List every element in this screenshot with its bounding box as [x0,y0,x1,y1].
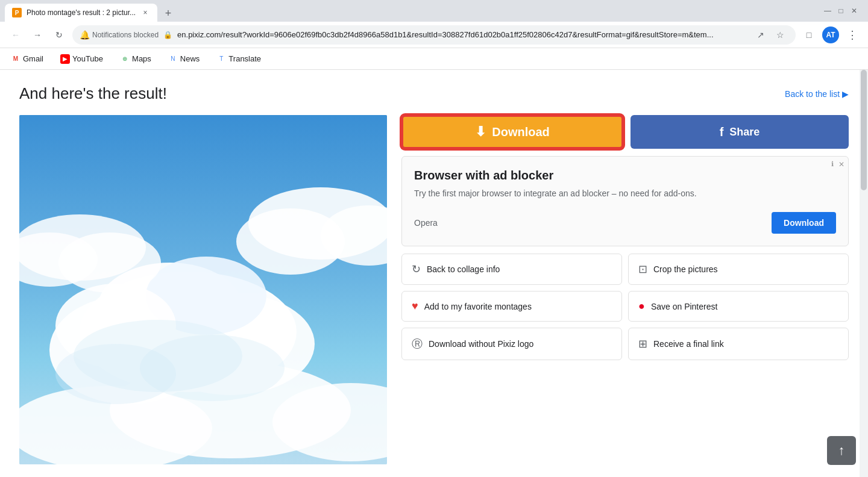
cloud-svg [19,115,387,464]
back-to-list-link[interactable]: Back to the list ▶ [785,89,849,99]
svg-point-9 [236,208,345,275]
crop-icon: ⊡ [638,263,647,276]
result-image [19,115,387,464]
close-window-button[interactable]: ✕ [850,7,858,15]
ad-title: Browser with ad blocker [414,169,836,182]
ad-cta-button[interactable]: Download [772,212,836,234]
back-button[interactable]: ← [7,26,24,43]
ad-brand: Opera [414,218,438,228]
forward-button[interactable]: → [29,26,46,43]
share-button[interactable]: f Share [631,115,849,149]
registered-icon: Ⓡ [412,337,423,351]
gmail-label: Gmail [23,54,43,63]
address-bar: ← → ↻ 🔔 Notifications blocked 🔒 en.pixiz… [0,22,868,48]
window-controls: — □ ✕ [823,7,863,15]
ad-info-icon: ℹ [831,160,834,168]
favorite-montages-label: Add to my favorite montages [424,302,532,311]
youtube-icon: ▶ [60,54,70,64]
notifications-blocked-label: Notifications blocked [92,31,159,39]
heart-icon: ♥ [412,300,418,313]
bookmark-gmail[interactable]: M Gmail [7,52,47,66]
bookmark-button[interactable]: ☆ [772,26,788,43]
link-icon: ⊞ [638,337,647,351]
ad-box: ℹ ✕ Browser with ad blocker Try the firs… [401,156,849,246]
bookmark-news[interactable]: N News [165,52,204,66]
svg-point-18 [140,335,285,401]
crop-pictures-label: Crop the pictures [653,264,718,274]
page-title: And here's the result! [19,84,167,103]
tab-close-button[interactable]: × [140,8,150,17]
download-no-logo-button[interactable]: Ⓡ Download without Pixiz logo [401,328,622,360]
result-layout: ⬇ Download f Share ℹ ✕ Browser with ad b… [19,115,849,464]
lock-icon: 🔒 [163,31,172,39]
extensions-button[interactable]: □ [800,26,817,43]
refresh-icon: ↻ [412,263,421,276]
back-to-collage-button[interactable]: ↻ Back to collage info [401,254,622,285]
youtube-label: YouTube [72,54,103,63]
ad-footer: Opera Download [414,212,836,234]
bookmark-translate[interactable]: T Translate [213,52,265,66]
minimize-button[interactable]: — [823,7,832,15]
receive-link-label: Receive a final link [653,339,724,349]
back-to-collage-label: Back to collage info [427,264,500,274]
menu-button[interactable]: ⋮ [844,26,861,43]
download-button[interactable]: ⬇ Download [401,115,623,149]
tab-title: Photo montage's result : 2 pictur... [27,8,136,17]
url-bar[interactable]: 🔔 Notifications blocked 🔒 en.pixiz.com/r… [72,25,796,45]
share-label: Share [729,126,760,139]
receive-link-button[interactable]: ⊞ Receive a final link [628,328,849,360]
actions-grid: ↻ Back to collage info ⊡ Crop the pictur… [401,254,849,360]
ad-close-button[interactable]: ✕ [838,160,844,169]
download-icon: ⬇ [475,124,486,140]
scrollbar-thumb[interactable] [861,70,867,190]
maps-label: Maps [132,54,151,63]
pinterest-icon: ● [638,300,645,313]
facebook-icon: f [720,125,724,139]
save-pinterest-label: Save on Pinterest [651,302,718,311]
bookmark-maps[interactable]: ⊕ Maps [116,52,155,66]
page-header: And here's the result! Back to the list … [19,84,849,103]
news-label: News [180,54,200,63]
ad-label: ℹ [831,160,834,168]
download-label: Download [492,125,550,139]
download-no-logo-label: Download without Pixiz logo [429,339,533,349]
scrollbar-track [860,70,868,477]
maximize-button[interactable]: □ [837,7,845,15]
ad-description: Try the first major browser to integrate… [414,187,836,200]
favorite-montages-button[interactable]: ♥ Add to my favorite montages [401,291,622,322]
tab-favicon: P [12,8,22,17]
translate-icon: T [216,54,226,64]
avatar[interactable]: AT [822,26,839,43]
news-icon: N [168,54,178,64]
page-content: And here's the result! Back to the list … [0,70,868,477]
bell-icon: 🔔 [80,30,90,40]
translate-label: Translate [228,54,261,63]
action-panel: ⬇ Download f Share ℹ ✕ Browser with ad b… [401,115,849,464]
share-url-button[interactable]: ↗ [752,26,769,43]
scroll-to-top-button[interactable]: ↑ [827,436,856,465]
gmail-icon: M [11,54,20,64]
save-pinterest-button[interactable]: ● Save on Pinterest [628,291,849,322]
bookmarks-bar: M Gmail ▶ YouTube ⊕ Maps N News T Transl… [0,48,868,70]
svg-point-12 [58,232,161,293]
crop-pictures-button[interactable]: ⊡ Crop the pictures [628,254,849,285]
reload-button[interactable]: ↻ [51,26,68,43]
url-actions: ↗ ☆ [752,26,788,43]
bookmark-youtube[interactable]: ▶ YouTube [57,52,107,66]
active-tab[interactable]: P Photo montage's result : 2 pictur... × [5,4,157,22]
browser-content: And here's the result! Back to the list … [0,70,868,477]
maps-icon: ⊕ [120,54,130,64]
url-text: en.pixiz.com/result?workId=9606e02f69fb0… [177,30,747,39]
new-tab-button[interactable]: + [160,5,177,22]
primary-buttons-row: ⬇ Download f Share [401,115,849,149]
notifications-blocked: 🔔 Notifications blocked [80,30,159,40]
